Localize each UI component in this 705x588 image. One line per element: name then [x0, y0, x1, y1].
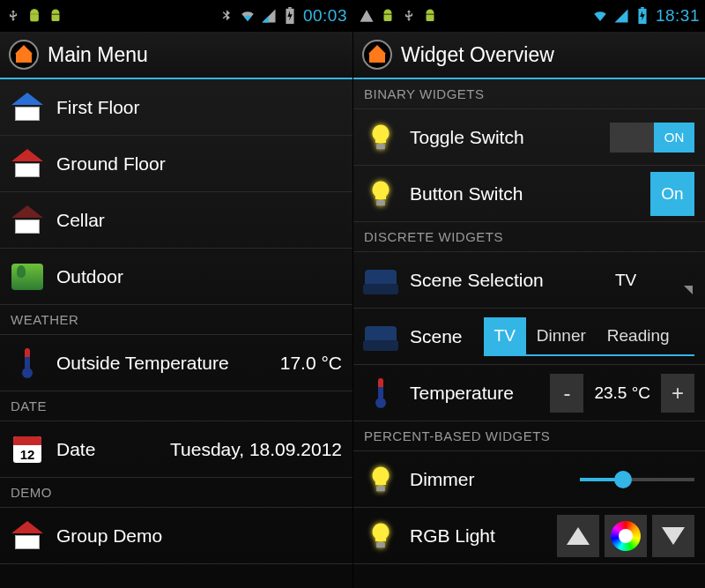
temperature-row: Temperature - 23.5 °C + [353, 365, 705, 421]
weather-label: Outside Temperature [56, 353, 268, 374]
svg-rect-5 [376, 200, 385, 205]
dimmer-label: Dimmer [410, 469, 568, 490]
toggle-label: Toggle Switch [410, 127, 597, 148]
scene-selection-label: Scene Selection [410, 270, 594, 291]
room-label: Cellar [56, 210, 342, 231]
date-label: Date [56, 439, 158, 460]
room-label: First Floor [56, 97, 342, 118]
thermometer-icon [364, 376, 397, 410]
floor-icon [11, 204, 44, 237]
action-bar-left: Main Menu [0, 32, 352, 79]
scene-row: Scene TV Dinner Reading [353, 309, 705, 365]
floor-icon [11, 147, 44, 181]
weather-row[interactable]: Outside Temperature 17.0 °C [0, 335, 352, 391]
wifi-icon [592, 8, 608, 24]
room-label: Outdoor [56, 266, 342, 287]
section-header-demo: DEMO [0, 478, 352, 508]
room-label: Ground Floor [56, 153, 342, 175]
section-header-weather: WEATHER [0, 305, 352, 335]
action-bar-right: Widget Overview [353, 32, 705, 79]
date-value: Tuesday, 18.09.2012 [170, 439, 342, 460]
android-debug-icon [26, 8, 42, 24]
room-item-outdoor[interactable]: Outdoor [0, 249, 352, 305]
scene-segments: TV Dinner Reading [484, 317, 694, 356]
section-header-discrete: DISCRETE WIDGETS [353, 222, 705, 252]
rgb-color-button[interactable] [605, 515, 647, 557]
scene-label: Scene [410, 326, 463, 347]
bulb-on-icon [364, 463, 397, 496]
button-switch-row: Button Switch On [353, 166, 705, 222]
rgb-down-button[interactable] [652, 515, 694, 557]
rgb-label: RGB Light [410, 525, 545, 547]
floor-icon [11, 91, 44, 124]
usb-icon [5, 8, 21, 24]
svg-rect-6 [376, 486, 385, 491]
android-icon [48, 8, 63, 24]
toggle-switch[interactable]: ON [610, 123, 694, 153]
room-item-cellar[interactable]: Cellar [0, 192, 352, 249]
scene-option-reading[interactable]: Reading [597, 317, 680, 354]
scene-option-dinner[interactable]: Dinner [526, 317, 597, 354]
floor-icon [11, 519, 44, 553]
svg-rect-4 [376, 144, 385, 149]
signal-icon [613, 8, 629, 24]
section-header-percent: PERCENT-BASED WIDGETS [353, 421, 705, 451]
dimmer-row: Dimmer [353, 451, 705, 508]
svg-rect-7 [376, 542, 385, 547]
room-item-ground-floor[interactable]: Ground Floor [0, 136, 352, 192]
widget-list: BINARY WIDGETS Toggle Switch ON Button S… [353, 79, 705, 588]
temperature-value: 23.5 °C [589, 383, 656, 403]
toggle-switch-row: Toggle Switch ON [353, 109, 705, 166]
usb-icon [401, 8, 417, 24]
thermometer-icon [11, 346, 44, 380]
button-switch-label: Button Switch [410, 183, 638, 205]
triangle-up-icon [567, 527, 590, 545]
bulb-on-icon [364, 121, 397, 154]
temperature-stepper: - 23.5 °C + [550, 374, 694, 413]
scene-spinner[interactable]: TV [606, 264, 694, 296]
outdoor-icon [11, 260, 44, 294]
sofa-icon [364, 264, 397, 297]
section-header-date: DATE [0, 391, 352, 421]
on-button[interactable]: On [650, 172, 694, 216]
battery-charging-icon [634, 8, 650, 24]
main-menu-list: First Floor Ground Floor Cellar Outdoor … [0, 79, 352, 588]
temperature-label: Temperature [410, 383, 538, 404]
temp-minus-button[interactable]: - [550, 374, 583, 413]
svg-rect-3 [641, 7, 644, 9]
page-title: Widget Overview [401, 43, 554, 67]
android-icon [422, 8, 438, 24]
date-row[interactable]: 12 Date Tuesday, 18.09.2012 [0, 421, 352, 478]
status-clock: 00:03 [303, 6, 347, 26]
section-header-binary: BINARY WIDGETS [353, 79, 705, 109]
signal-icon [261, 8, 277, 24]
bulb-on-icon [364, 177, 397, 211]
bluetooth-icon [219, 8, 234, 24]
android-debug-icon [380, 8, 396, 24]
status-bar-left: 00:03 [0, 0, 352, 32]
wifi-icon [240, 8, 256, 24]
calendar-icon: 12 [11, 433, 44, 466]
demo-row[interactable]: Group Demo [0, 508, 352, 564]
rgb-up-button[interactable] [557, 515, 599, 557]
app-icon [362, 40, 392, 70]
page-title: Main Menu [48, 43, 148, 67]
svg-rect-1 [288, 7, 292, 9]
temp-plus-button[interactable]: + [661, 374, 694, 413]
dimmer-slider[interactable] [580, 466, 694, 493]
status-clock: 18:31 [656, 6, 700, 26]
room-item-first-floor[interactable]: First Floor [0, 79, 352, 136]
scene-selection-row: Scene Selection TV [353, 252, 705, 309]
left-screen: 00:03 Main Menu First Floor Ground Floor… [0, 0, 352, 588]
toggle-knob: ON [654, 123, 694, 153]
battery-charging-icon [282, 8, 298, 24]
color-wheel-icon [611, 521, 641, 551]
status-bar-right: 18:31 [353, 0, 705, 32]
rgb-row: RGB Light [353, 508, 705, 564]
spinner-value: TV [615, 271, 636, 290]
weather-value: 17.0 °C [280, 353, 342, 374]
bulb-on-icon [364, 519, 397, 553]
right-screen: 18:31 Widget Overview BINARY WIDGETS Tog… [352, 0, 705, 588]
scene-option-tv[interactable]: TV [484, 317, 526, 354]
triangle-down-icon [662, 527, 685, 545]
